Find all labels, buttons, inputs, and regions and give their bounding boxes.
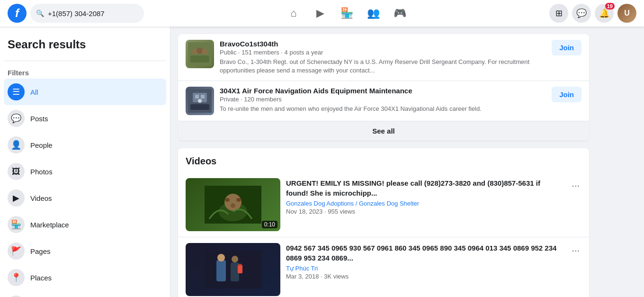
nav-center: ⌂ ▶ 🏪 👥 🎮 <box>148 2 546 25</box>
sidebar-item-pages[interactable]: 🚩 Pages <box>4 238 166 264</box>
sidebar-item-posts-label: Posts <box>30 115 48 123</box>
search-bar[interactable]: 🔍 <box>30 4 144 23</box>
video-info: URGENT! EMILY IS MISSING! please call (9… <box>286 178 564 215</box>
main-content: BravoCo1st304th Public · 151 members · 4… <box>170 27 597 297</box>
group-description: Bravo Co., 1-304th Regt. out of Schenect… <box>220 58 546 75</box>
gaming-nav-button[interactable]: 🎮 <box>388 2 411 25</box>
group-thumb-svg2 <box>188 89 212 113</box>
sidebar-item-people[interactable]: 👤 People <box>4 132 166 158</box>
video-thumb-svg <box>205 186 261 224</box>
sidebar-item-places[interactable]: 📍 Places <box>4 264 166 291</box>
video-thumbnail[interactable]: 0:10 <box>186 178 280 231</box>
sidebar-item-marketplace[interactable]: 🏪 Marketplace <box>4 211 166 238</box>
svg-rect-19 <box>216 260 226 281</box>
video-duration: 0:10 <box>262 221 277 228</box>
svg-rect-4 <box>190 55 209 63</box>
group-thumbnail <box>186 40 214 68</box>
group-meta: Public · 151 members · 4 posts a year <box>220 49 546 56</box>
sidebar-item-videos[interactable]: ▶ Videos <box>4 185 166 211</box>
notifications-button[interactable]: 🔔 19 <box>595 4 614 23</box>
video-source[interactable]: Gonzales Dog Adoptions / Gonzales Dog Sh… <box>286 200 564 207</box>
svg-rect-23 <box>238 265 242 273</box>
videos-section-title: Videos <box>178 148 589 172</box>
video-thumb-bg <box>186 243 280 296</box>
svg-point-22 <box>232 256 238 262</box>
svg-point-20 <box>217 254 225 261</box>
group-info: 304X1 Air Force Navigation Aids Equipmen… <box>220 87 546 113</box>
more-options-button[interactable]: ··· <box>570 243 581 258</box>
video-thumbnail[interactable] <box>186 243 280 296</box>
svg-point-3 <box>202 49 207 54</box>
groups-result-card: BravoCo1st304th Public · 151 members · 4… <box>178 34 589 141</box>
group-description: To re-unite the men and women who enjoye… <box>220 105 546 113</box>
sidebar-item-photos-label: Photos <box>30 168 53 176</box>
join-button[interactable]: Join <box>552 40 581 55</box>
sidebar: Search results Filters ☰ All 💬 Posts 👤 P… <box>0 27 170 297</box>
video-thumb-svg2 <box>205 251 261 288</box>
sidebar-item-places-label: Places <box>30 274 52 282</box>
groups-nav-button[interactable]: 👥 <box>362 2 385 25</box>
videos-icon: ▶ <box>8 189 25 207</box>
group-action: Join <box>552 40 581 55</box>
video-date: Mar 3, 2018 · 3K views <box>286 273 564 280</box>
group-action: Join <box>552 87 581 102</box>
video-date: Nov 18, 2023 · 955 views <box>286 208 564 215</box>
sidebar-item-all[interactable]: ☰ All <box>4 79 166 105</box>
sidebar-item-pages-label: Pages <box>30 247 51 255</box>
sidebar-item-groups[interactable]: 👥 Groups <box>4 291 166 297</box>
video-info: 0942 567 345 0965 930 567 0961 860 345 0… <box>286 243 564 280</box>
notification-badge: 19 <box>605 3 615 9</box>
videos-result-card: Videos <box>178 148 589 297</box>
pages-icon: 🚩 <box>8 243 25 260</box>
all-icon: ☰ <box>8 83 25 100</box>
nav-right: ⊞ 💬 🔔 19 U <box>549 4 636 23</box>
video-title[interactable]: URGENT! EMILY IS MISSING! please call (9… <box>286 178 564 198</box>
logo-letter: f <box>15 7 19 20</box>
video-item: 0:10 URGENT! EMILY IS MISSING! please ca… <box>178 172 589 237</box>
sidebar-divider <box>4 61 166 61</box>
svg-rect-7 <box>195 95 199 99</box>
video-source[interactable]: Tự Phúc Tri <box>286 265 564 272</box>
more-options-button[interactable]: ··· <box>570 178 581 193</box>
page-layout: Search results Filters ☰ All 💬 Posts 👤 P… <box>0 27 644 297</box>
group-thumb-svg <box>188 42 212 66</box>
marketplace-icon: 🏪 <box>8 216 25 233</box>
see-all-button[interactable]: See all <box>178 121 589 141</box>
video-title[interactable]: 0942 567 345 0965 930 567 0961 860 345 0… <box>286 243 564 263</box>
sidebar-item-all-label: All <box>30 88 38 96</box>
top-navigation: f 🔍 ⌂ ▶ 🏪 👥 🎮 ⊞ 💬 🔔 19 U <box>0 0 644 27</box>
group-name[interactable]: 304X1 Air Force Navigation Aids Equipmen… <box>220 87 546 95</box>
marketplace-nav-button[interactable]: 🏪 <box>335 2 358 25</box>
photos-icon: 🖼 <box>8 163 25 180</box>
group-item: BravoCo1st304th Public · 151 members · 4… <box>178 34 589 81</box>
watch-nav-button[interactable]: ▶ <box>309 2 331 25</box>
group-item: 304X1 Air Force Navigation Aids Equipmen… <box>178 81 589 121</box>
people-icon: 👤 <box>8 136 25 153</box>
group-thumb-image <box>186 40 214 68</box>
filters-label: Filters <box>4 65 166 79</box>
group-meta: Private · 120 members <box>220 96 546 103</box>
svg-point-10 <box>198 99 202 103</box>
svg-rect-24 <box>239 264 242 266</box>
places-icon: 📍 <box>8 269 25 286</box>
group-thumbnail <box>186 87 214 115</box>
svg-rect-9 <box>190 104 209 110</box>
posts-icon: 💬 <box>8 110 25 127</box>
sidebar-item-marketplace-label: Marketplace <box>30 221 69 229</box>
sidebar-item-posts[interactable]: 💬 Posts <box>4 105 166 132</box>
sidebar-item-photos[interactable]: 🖼 Photos <box>4 158 166 185</box>
group-info: BravoCo1st304th Public · 151 members · 4… <box>220 40 546 75</box>
group-name[interactable]: BravoCo1st304th <box>220 40 546 48</box>
svg-rect-8 <box>201 95 205 99</box>
messenger-button[interactable]: 💬 <box>572 4 591 23</box>
sidebar-item-people-label: People <box>30 141 53 149</box>
search-icon: 🔍 <box>36 9 44 17</box>
search-input[interactable] <box>48 9 138 18</box>
grid-menu-button[interactable]: ⊞ <box>549 4 568 23</box>
home-nav-button[interactable]: ⌂ <box>282 2 305 25</box>
facebook-logo[interactable]: f <box>8 4 27 23</box>
sidebar-title: Search results <box>4 34 166 57</box>
sidebar-item-videos-label: Videos <box>30 194 52 202</box>
join-button[interactable]: Join <box>552 87 581 102</box>
avatar[interactable]: U <box>617 4 636 23</box>
